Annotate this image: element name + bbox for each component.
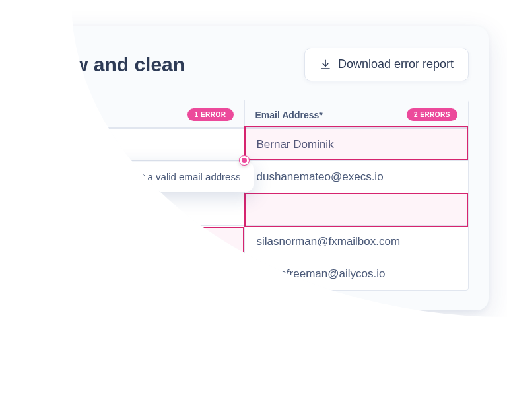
cell-email[interactable]: Bernar Dominik bbox=[245, 128, 469, 160]
header-row: Review and clean Download error report bbox=[20, 48, 469, 81]
table-row: silasnorman@fxmailbox.com bbox=[20, 225, 468, 258]
table-header: Name* 1 ERROR Email Address* 2 ERRORS bbox=[20, 100, 468, 128]
column-header-name[interactable]: Name* 1 ERROR bbox=[20, 100, 245, 127]
page-title: Review and clean bbox=[20, 53, 185, 76]
column-label: Email Address* bbox=[255, 110, 323, 120]
column-header-email[interactable]: Email Address* 2 ERRORS bbox=[245, 100, 469, 127]
data-table: Name* 1 ERROR Email Address* 2 ERRORS Be… bbox=[20, 100, 469, 291]
table-row: Kenya Freeman kenyafreeman@ailycos.io bbox=[20, 258, 468, 290]
cell-name[interactable]: Kenya Freeman bbox=[20, 258, 245, 290]
cell-email[interactable]: silasnorman@fxmailbox.com bbox=[245, 225, 469, 258]
cell-email[interactable] bbox=[245, 193, 469, 225]
download-button-label: Download error report bbox=[338, 57, 454, 71]
error-badge: 1 ERROR bbox=[187, 108, 234, 121]
review-card: Review and clean Download error report N… bbox=[0, 26, 489, 310]
table-row: Cha Ji-Hun bbox=[20, 193, 468, 225]
cell-email[interactable]: kenyafreeman@ailycos.io bbox=[245, 258, 469, 290]
cell-name[interactable]: Bernar Dominik bbox=[20, 128, 245, 160]
cell-email[interactable]: dushanemateo@execs.io bbox=[245, 160, 469, 193]
error-badge: 2 ERRORS bbox=[407, 108, 457, 121]
tooltip-anchor-icon bbox=[240, 156, 249, 165]
validation-tooltip: This is not a valid email address bbox=[86, 162, 254, 192]
column-label: Name* bbox=[31, 110, 60, 120]
download-icon bbox=[320, 59, 331, 71]
download-error-report-button[interactable]: Download error report bbox=[304, 48, 469, 81]
cell-name[interactable] bbox=[20, 225, 245, 258]
cell-name[interactable]: Cha Ji-Hun bbox=[20, 193, 245, 225]
